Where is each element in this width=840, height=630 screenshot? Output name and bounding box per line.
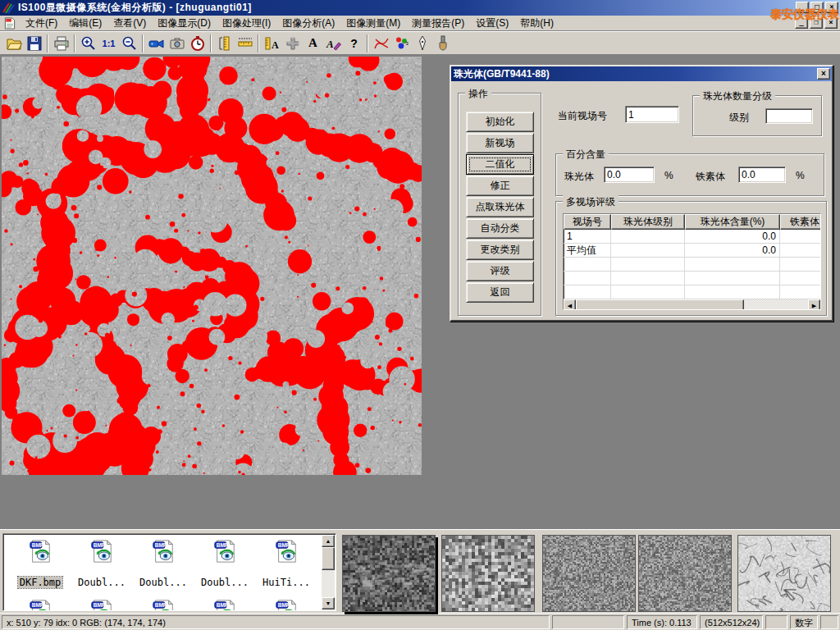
table-cell xyxy=(780,272,821,285)
thumbnail-3[interactable] xyxy=(638,535,732,612)
menu-item-0[interactable]: 文件(F) xyxy=(20,15,63,32)
dialog-close-button[interactable]: × xyxy=(817,68,830,80)
menu-item-8[interactable]: 设置(S) xyxy=(470,15,514,32)
menu-item-7[interactable]: 测量报告(P) xyxy=(406,15,470,32)
dialog-title-bar[interactable]: 珠光体(GB/T9441-88) × xyxy=(451,66,832,81)
table-header-3[interactable]: 铁素体 xyxy=(780,214,821,230)
table-cell xyxy=(780,230,821,243)
help-button[interactable]: ? xyxy=(344,34,364,53)
table-h-scrollbar[interactable]: ◀ ▶ xyxy=(564,299,820,310)
operation-button-5[interactable]: 自动分类 xyxy=(466,218,534,239)
metallographic-image[interactable] xyxy=(2,57,422,475)
file-item-4[interactable]: BMPHuiTi... xyxy=(257,539,316,588)
thumbnail-4[interactable] xyxy=(737,535,831,612)
menu-item-4[interactable]: 图像处理(I) xyxy=(217,15,276,32)
table-header-0[interactable]: 视场号 xyxy=(564,214,611,230)
ferrite-label: 铁素体 xyxy=(696,170,725,184)
file-browser[interactable]: BMPBMPBMPBMPBMPBMPHuiTi...BMPDoubl...BMP… xyxy=(2,533,336,611)
file-item-1[interactable]: BMPDoubl... xyxy=(72,539,131,588)
file-name: Doubl... xyxy=(76,577,127,588)
scroll-down-arrow[interactable]: ▼ xyxy=(322,597,335,609)
file-item-3[interactable]: BMPDoubl... xyxy=(195,539,254,588)
operation-button-0[interactable]: 初始化 xyxy=(466,112,534,132)
file-item-2[interactable]: BMPDoubl... xyxy=(134,539,193,588)
menu-item-1[interactable]: 编辑(E) xyxy=(63,15,107,32)
file-v-scrollbar[interactable]: ▲ ▼ xyxy=(322,535,335,609)
text-label-button[interactable]: A xyxy=(303,34,323,53)
pen-tool-button[interactable] xyxy=(412,34,432,53)
ruler-button[interactable] xyxy=(235,34,255,53)
grade-input[interactable] xyxy=(765,108,813,124)
file-item-row2-4[interactable]: BMP xyxy=(257,599,316,611)
table-header-2[interactable]: 珠光体含量(%) xyxy=(685,214,780,230)
table-cell xyxy=(611,258,685,271)
operation-button-8[interactable]: 返回 xyxy=(466,282,534,303)
pearlite-percent-input[interactable] xyxy=(604,167,655,183)
pearlite-dialog: 珠光体(GB/T9441-88) × 操作 初始化新视场二值化修正点取珠光体自动… xyxy=(450,65,833,322)
thumbnail-0[interactable] xyxy=(342,535,436,612)
rating-table[interactable]: 视场号珠光体级别珠光体含量(%)铁素体 10.0平均值0.0 ◀ ▶ xyxy=(563,213,821,310)
scroll-right-arrow[interactable]: ▶ xyxy=(808,299,820,310)
current-field-input[interactable] xyxy=(625,106,679,123)
operation-button-1[interactable]: 新视场 xyxy=(466,133,534,153)
menu-item-5[interactable]: 图像分析(A) xyxy=(276,15,340,32)
table-cell: 平均值 xyxy=(564,244,611,257)
file-item-row2-1[interactable]: BMP xyxy=(72,599,131,611)
empty-panel-3 xyxy=(820,615,838,629)
file-item-0[interactable]: BMPDKF.bmp xyxy=(11,539,70,588)
operation-button-4[interactable]: 点取珠光体 xyxy=(466,197,534,217)
open-folder-button[interactable] xyxy=(3,34,24,53)
thumbnail-1[interactable] xyxy=(441,535,535,612)
operation-button-2[interactable]: 二值化 xyxy=(466,154,534,175)
scroll-left-arrow[interactable]: ◀ xyxy=(564,299,576,310)
actual-size-button[interactable]: 1:1 xyxy=(98,34,119,53)
menu-item-3[interactable]: 图像显示(D) xyxy=(152,15,217,32)
grid-cross-button[interactable] xyxy=(282,34,303,53)
menu-item-9[interactable]: 帮助(H) xyxy=(514,15,559,32)
table-row-1[interactable]: 平均值0.0 xyxy=(564,244,820,258)
toolbar-separator xyxy=(47,34,48,52)
operation-button-3[interactable]: 修正 xyxy=(466,176,534,196)
table-header-1[interactable]: 珠光体级别 xyxy=(611,214,685,230)
print-icon xyxy=(53,35,70,52)
table-cell xyxy=(611,272,685,285)
table-row-0[interactable]: 10.0 xyxy=(564,230,820,244)
color-balls-button[interactable]: 3 xyxy=(391,34,412,53)
file-item-row2-2[interactable]: BMP xyxy=(134,599,193,611)
scroll-up-arrow[interactable]: ▲ xyxy=(322,535,335,547)
curve-tool-button[interactable] xyxy=(371,34,391,53)
table-cell xyxy=(685,272,780,285)
video-camera-button[interactable] xyxy=(146,34,167,53)
document-icon xyxy=(3,17,16,30)
operation-button-7[interactable]: 评级 xyxy=(466,261,534,281)
file-item-row2-3[interactable]: BMP xyxy=(195,599,254,611)
empty-panel-2 xyxy=(765,615,788,629)
grading-group-label: 珠光体数量分级 xyxy=(700,89,775,103)
svg-text:BMP: BMP xyxy=(217,602,229,608)
svg-text:BMP: BMP xyxy=(32,542,44,548)
timer-clock-button[interactable] xyxy=(187,34,208,53)
zoom-out-button[interactable] xyxy=(119,34,139,53)
workspace: 珠光体(GB/T9441-88) × 操作 初始化新视场二值化修正点取珠光体自动… xyxy=(0,55,840,529)
thumbnail-2[interactable] xyxy=(542,535,636,612)
file-item-row2-0[interactable]: BMP xyxy=(11,599,70,611)
annotate-button[interactable]: A xyxy=(323,34,344,53)
menu-item-6[interactable]: 图像测量(M) xyxy=(340,15,406,32)
menu-item-2[interactable]: 查看(V) xyxy=(107,15,152,32)
toolbar-separator xyxy=(367,34,368,52)
print-button[interactable] xyxy=(51,34,71,53)
ferrite-percent-input[interactable] xyxy=(738,167,786,183)
grade-label: 级别 xyxy=(729,111,749,125)
zoom-in-button[interactable] xyxy=(78,34,98,53)
operation-button-6[interactable]: 更改类别 xyxy=(466,240,534,260)
table-cell xyxy=(780,244,821,257)
brush-tool-button[interactable] xyxy=(432,34,453,53)
save-button[interactable] xyxy=(24,34,44,53)
table-row-2[interactable] xyxy=(564,258,820,272)
table-row-4[interactable] xyxy=(564,285,820,299)
table-row-3[interactable] xyxy=(564,272,820,285)
capture-button[interactable] xyxy=(167,34,187,53)
bmp-file-icon: BMP xyxy=(89,539,114,564)
measure-text-button[interactable]: A xyxy=(262,34,282,53)
caliper-button[interactable] xyxy=(214,34,235,53)
